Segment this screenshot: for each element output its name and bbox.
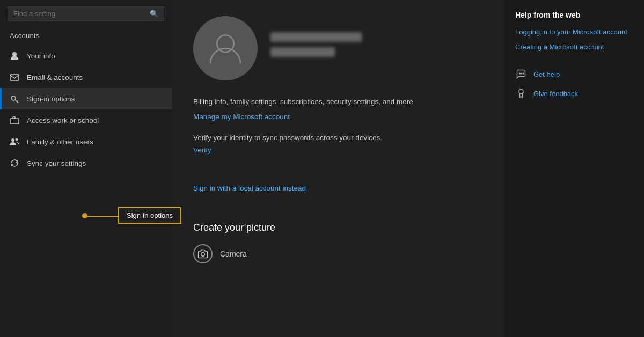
- username-blurred: [270, 32, 362, 42]
- help-link-login[interactable]: Logging in to your Microsoft account: [515, 27, 633, 38]
- svg-point-4: [11, 138, 14, 142]
- sidebar-item-sign-in-options[interactable]: Sign-in options Sign-in options: [0, 88, 172, 109]
- sync-icon: [10, 158, 19, 168]
- tooltip-callout: Sign-in options: [118, 207, 181, 224]
- search-bar[interactable]: 🔍: [8, 6, 164, 21]
- local-account-link[interactable]: Sign in with a local account instead: [193, 184, 306, 192]
- key-icon: [10, 94, 19, 104]
- help-actions: Get help Give feedback: [515, 68, 633, 99]
- svg-point-2: [11, 96, 16, 100]
- get-help-item[interactable]: Get help: [515, 68, 633, 80]
- tooltip-label: Sign-in options: [127, 211, 173, 219]
- sidebar-item-your-info[interactable]: Your info: [0, 45, 172, 67]
- get-help-label: Get help: [533, 70, 560, 78]
- feedback-icon: [515, 87, 527, 99]
- search-input[interactable]: [13, 10, 150, 18]
- svg-point-7: [201, 253, 205, 257]
- verify-text: Verify your identity to sync passwords a…: [193, 134, 483, 142]
- search-icon: 🔍: [150, 10, 158, 18]
- give-feedback-item[interactable]: Give feedback: [515, 87, 633, 99]
- tooltip-line: [86, 216, 118, 217]
- right-panel: Help from the web Logging in to your Mic…: [504, 0, 644, 337]
- svg-point-9: [521, 73, 522, 74]
- create-picture-title: Create your picture: [193, 222, 483, 233]
- tooltip-box: Sign-in options: [118, 207, 181, 224]
- camera-row[interactable]: Camera: [193, 244, 483, 263]
- user-profile-section: [193, 16, 483, 80]
- sidebar: 🔍 Accounts Your info Email & accounts: [0, 0, 172, 337]
- billing-info-text: Billing info, family settings, subscript…: [193, 97, 483, 107]
- sidebar-title: Accounts: [0, 32, 172, 45]
- briefcase-icon: [10, 115, 19, 125]
- chat-icon: [515, 68, 527, 80]
- sidebar-item-label-signin: Sign-in options: [27, 95, 75, 103]
- svg-point-11: [519, 90, 523, 94]
- sidebar-item-sync-settings[interactable]: Sync your settings: [0, 152, 172, 174]
- camera-icon: [193, 244, 213, 263]
- user-info: [270, 16, 362, 62]
- user-email-blurred: [270, 47, 335, 57]
- sidebar-item-label-access-work: Access work or school: [27, 116, 99, 124]
- verify-link[interactable]: Verify: [193, 146, 211, 154]
- sidebar-item-label-family: Family & other users: [27, 138, 93, 146]
- sidebar-item-label-email: Email & accounts: [27, 74, 83, 82]
- sidebar-item-label-your-info: Your info: [27, 52, 55, 60]
- verify-section: Verify your identity to sync passwords a…: [193, 134, 483, 167]
- email-icon: [10, 72, 19, 82]
- svg-point-10: [523, 73, 524, 74]
- svg-point-5: [16, 138, 18, 141]
- sidebar-item-access-work[interactable]: Access work or school: [0, 109, 172, 131]
- main-content: Billing info, family settings, subscript…: [172, 0, 504, 337]
- sidebar-item-label-sync: Sync your settings: [27, 159, 86, 167]
- people-icon: [10, 137, 19, 146]
- camera-label: Camera: [220, 250, 247, 258]
- svg-point-0: [12, 52, 17, 56]
- manage-account-link[interactable]: Manage my Microsoft account: [193, 113, 290, 121]
- give-feedback-label: Give feedback: [533, 90, 578, 98]
- svg-rect-3: [10, 119, 19, 124]
- help-link-create[interactable]: Creating a Microsoft account: [515, 42, 633, 53]
- sidebar-item-email-accounts[interactable]: Email & accounts: [0, 67, 172, 88]
- svg-rect-1: [10, 75, 19, 80]
- help-title: Help from the web: [515, 11, 633, 19]
- svg-point-8: [519, 73, 521, 74]
- avatar: [193, 16, 258, 80]
- sidebar-item-family-users[interactable]: Family & other users: [0, 131, 172, 152]
- person-icon: [10, 51, 19, 61]
